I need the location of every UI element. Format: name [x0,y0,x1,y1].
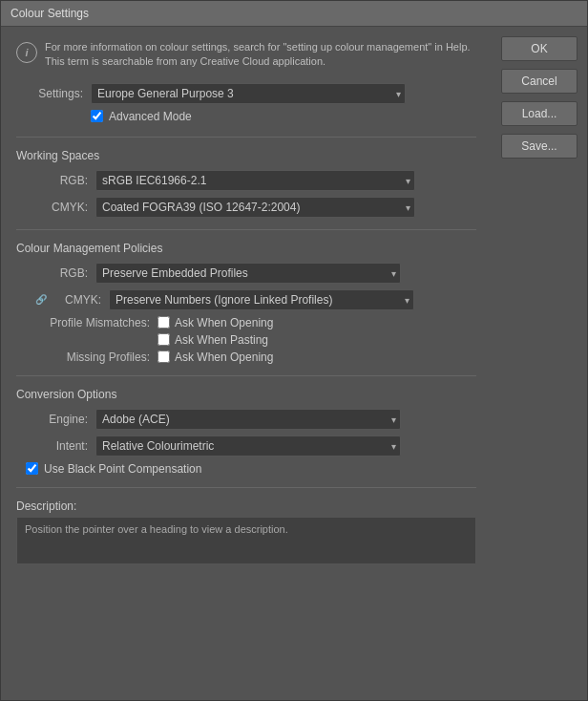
cmyk-ws-select[interactable]: Coated FOGRA39 (ISO 12647-2:2004) [95,197,415,218]
engine-label: Engine: [35,413,88,426]
advanced-mode-checkbox[interactable] [91,110,103,122]
engine-select[interactable]: Adobe (ACE) [95,409,401,430]
description-text: Position the pointer over a heading to v… [25,523,288,535]
ask-when-opening-label[interactable]: Ask When Opening [175,316,273,329]
rgb-ws-label: RGB: [35,174,88,187]
cmyk-ws-label: CMYK: [35,201,88,214]
colour-management-title: Colour Management Policies [16,242,476,255]
title-bar: Colour Settings [1,1,587,27]
save-button[interactable]: Save... [501,134,578,159]
missing-ask-opening-row: Ask When Opening [158,350,273,364]
cmyk-ws-select-wrap: Coated FOGRA39 (ISO 12647-2:2004) [95,197,415,218]
rgb-ws-select-wrap: sRGB IEC61966-2.1 [95,170,415,191]
intent-select[interactable]: Relative Colourimetric [95,435,401,457]
conversion-options-content: Engine: Adobe (ACE) Intent: Relative Col… [16,409,476,476]
description-section: Description: Position the pointer over a… [16,499,476,564]
load-button[interactable]: Load... [501,101,578,126]
conversion-options-title: Conversion Options [16,388,476,401]
info-text: For more information on colour settings,… [45,40,476,70]
rgb-policy-select-wrap: Preserve Embedded Profiles [95,263,401,284]
advanced-mode-label[interactable]: Advanced Mode [109,110,192,123]
cancel-button[interactable]: Cancel [501,69,578,94]
info-icon: i [16,42,37,63]
cmyk-policy-select[interactable]: Preserve Numbers (Ignore Linked Profiles… [109,289,414,310]
missing-profiles-row: Missing Profiles: Ask When Opening [35,350,476,364]
mismatch-checks: Ask When Opening Ask When Pasting [158,316,273,347]
description-box: Position the pointer over a heading to v… [16,517,476,564]
rgb-ws-row: RGB: sRGB IEC61966-2.1 [35,170,476,191]
rgb-ws-select[interactable]: sRGB IEC61966-2.1 [95,170,415,191]
cmyk-policy-label: CMYK: [49,293,101,307]
settings-row: Settings: Europe General Purpose 3 [16,83,476,104]
missing-ask-when-opening-label[interactable]: Ask When Opening [175,350,273,364]
intent-select-wrap: Relative Colourimetric [95,435,401,457]
rgb-policy-row: RGB: Preserve Embedded Profiles [35,263,476,284]
ask-when-pasting-label[interactable]: Ask When Pasting [175,333,268,347]
info-row: i For more information on colour setting… [16,40,476,70]
engine-select-wrap: Adobe (ACE) [95,409,401,430]
advanced-mode-row: Advanced Mode [91,110,476,123]
colour-management-policies: RGB: Preserve Embedded Profiles 🔗 CMYK: [16,263,476,364]
ask-when-pasting-checkbox[interactable] [158,333,170,346]
intent-label: Intent: [35,439,88,453]
missing-profiles-label: Missing Profiles: [35,350,150,364]
ask-opening-row: Ask When Opening [158,316,273,329]
cmyk-policy-row: 🔗 CMYK: Preserve Numbers (Ignore Linked … [35,289,476,310]
settings-select[interactable]: Europe General Purpose 3 [91,83,406,104]
ask-when-opening-checkbox[interactable] [158,316,170,329]
profile-mismatches-row: Profile Mismatches: Ask When Opening Ask… [35,316,476,347]
cmyk-ws-row: CMYK: Coated FOGRA39 (ISO 12647-2:2004) [35,197,476,218]
rgb-policy-select[interactable]: Preserve Embedded Profiles [95,263,401,284]
ok-button[interactable]: OK [501,36,578,61]
ask-pasting-row: Ask When Pasting [158,333,273,347]
settings-label: Settings: [16,87,83,100]
main-panel: i For more information on colour setting… [1,27,492,700]
working-spaces-title: Working Spaces [16,149,476,162]
black-point-label[interactable]: Use Black Point Compensation [44,462,201,476]
side-buttons: OK Cancel Load... Save... [492,27,587,700]
missing-ask-when-opening-checkbox[interactable] [158,350,170,363]
rgb-policy-label: RGB: [35,266,88,280]
settings-select-wrap: Europe General Purpose 3 [91,83,406,104]
window-title: Colour Settings [10,7,89,20]
colour-settings-window: Colour Settings i For more information o… [0,0,588,701]
working-spaces-grid: RGB: sRGB IEC61966-2.1 CMYK: Coated FOGR… [35,170,476,218]
description-title: Description: [16,499,476,513]
black-point-checkbox[interactable] [26,462,38,475]
intent-row: Intent: Relative Colourimetric [35,435,476,457]
profile-mismatches-label: Profile Mismatches: [35,316,150,329]
cmyk-policy-select-wrap: Preserve Numbers (Ignore Linked Profiles… [109,289,414,310]
black-point-row: Use Black Point Compensation [26,462,476,476]
cmyk-label-wrap: 🔗 CMYK: [35,293,109,307]
engine-row: Engine: Adobe (ACE) [35,409,476,430]
cmyk-icon: 🔗 [35,294,47,305]
